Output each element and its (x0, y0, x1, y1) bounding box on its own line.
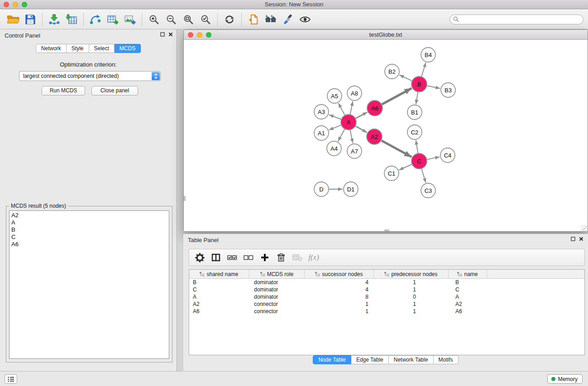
zoom-network-window-button[interactable] (206, 32, 211, 38)
export-document-icon[interactable] (245, 11, 262, 28)
float-table-panel-icon[interactable] (571, 237, 575, 241)
close-network-window-button[interactable] (188, 32, 193, 38)
edge-C-C3[interactable] (421, 169, 425, 183)
home-icon[interactable] (262, 11, 279, 28)
deselect-all-icon[interactable] (242, 251, 255, 264)
edge-A-A3[interactable] (329, 114, 341, 119)
graph-node-B4[interactable]: B4 (421, 48, 435, 62)
edge-A-A1[interactable] (329, 125, 341, 130)
tab-select[interactable]: Select (89, 44, 115, 53)
tab-node-table[interactable]: Node Table (313, 355, 351, 364)
edge-C-C2[interactable] (416, 140, 418, 153)
graph-node-B2[interactable]: B2 (385, 64, 399, 79)
minimize-window-button[interactable] (13, 2, 18, 7)
float-panel-icon[interactable] (160, 32, 165, 37)
tab-network[interactable]: Network (36, 44, 67, 53)
delete-column-icon[interactable] (274, 251, 288, 264)
graph-node-C2[interactable]: C2 (407, 125, 422, 139)
gear-icon[interactable] (193, 251, 206, 264)
edge-C-C4[interactable] (427, 157, 440, 160)
list-item[interactable]: A (10, 219, 169, 226)
zoom-selected-icon[interactable] (197, 11, 214, 28)
network-canvas[interactable]: B4B2BB3A5A8A6A3B1AC2A1A2A4A7C4CC1DD1C3 (184, 40, 588, 231)
add-column-icon[interactable] (258, 251, 272, 264)
graph-node-A2[interactable]: A2 (367, 129, 382, 144)
edge-A-A6[interactable] (356, 112, 367, 119)
graph-node-C1[interactable]: C1 (384, 166, 399, 181)
graph-node-C4[interactable]: C4 (440, 148, 455, 162)
close-window-button[interactable] (4, 2, 9, 7)
edge-A2-C[interactable] (382, 141, 412, 157)
graph-node-A4[interactable]: A4 (327, 141, 341, 156)
split-columns-icon[interactable] (209, 251, 223, 264)
table-row[interactable]: A6connector11A6 (189, 308, 584, 315)
function-builder-icon[interactable]: f(x) (307, 251, 320, 264)
edge-A-A5[interactable] (338, 103, 344, 115)
task-history-button[interactable] (5, 374, 17, 384)
edge-A-A7[interactable] (350, 130, 353, 143)
network-share-icon[interactable] (87, 11, 104, 28)
close-panel-icon[interactable] (168, 32, 173, 37)
delete-table-icon[interactable] (291, 251, 304, 264)
memory-button[interactable]: Memory (547, 374, 583, 384)
new-network-table-icon[interactable] (104, 11, 121, 28)
graph-node-A5[interactable]: A5 (327, 89, 342, 103)
style-brush-icon[interactable] (279, 11, 296, 28)
column-header[interactable]: MCDS role (249, 270, 305, 278)
graph-node-C3[interactable]: C3 (421, 183, 435, 198)
list-item[interactable]: A6 (10, 241, 169, 248)
import-table-icon[interactable] (63, 11, 80, 28)
edge-A-A4[interactable] (338, 129, 345, 141)
tab-mcds[interactable]: MCDS (115, 44, 141, 53)
table-row[interactable]: Bdominator41B (189, 279, 584, 286)
select-all-icon[interactable] (225, 251, 239, 264)
graph-node-A1[interactable]: A1 (314, 126, 329, 140)
close-panel-button[interactable]: Close panel (91, 86, 138, 95)
list-item[interactable]: A2 (10, 212, 169, 219)
graph-node-A6[interactable]: A6 (367, 100, 382, 116)
export-image-icon[interactable] (121, 11, 139, 28)
search-input[interactable] (461, 16, 580, 23)
run-mcds-button[interactable]: Run MCDS (42, 86, 85, 95)
column-header[interactable]: shared name (189, 270, 249, 278)
column-header[interactable]: name (449, 270, 487, 278)
tab-network-table[interactable]: Network Table (389, 355, 434, 364)
save-icon[interactable] (22, 11, 39, 28)
import-network-icon[interactable] (46, 11, 63, 28)
edge-B-B1[interactable] (416, 92, 418, 104)
open-folder-icon[interactable] (5, 11, 22, 28)
edge-B-B3[interactable] (427, 86, 440, 89)
minimize-network-window-button[interactable] (197, 32, 202, 38)
mcds-result-list[interactable]: A2ABCA6 (9, 210, 169, 359)
show-hide-icon[interactable] (296, 11, 314, 28)
edge-B-B4[interactable] (421, 62, 425, 76)
refresh-icon[interactable] (221, 11, 238, 28)
table-row[interactable]: A2connector11A2 (189, 300, 584, 308)
table-row[interactable]: Adominator80A (189, 293, 584, 300)
list-item[interactable]: C (10, 234, 169, 241)
graph-node-B[interactable]: B (411, 76, 427, 92)
network-window-titlebar[interactable]: testGlobe.txt (184, 30, 588, 40)
column-header[interactable]: predecessor nodes (374, 270, 449, 278)
graph-node-A[interactable]: A (341, 114, 356, 130)
edge-A-A2[interactable] (356, 126, 367, 133)
edge-B-B2[interactable] (399, 75, 411, 81)
graph-node-A3[interactable]: A3 (314, 105, 329, 119)
graph-node-B3[interactable]: B3 (441, 83, 455, 97)
column-header[interactable]: successor nodes (305, 270, 374, 278)
zoom-fit-icon[interactable] (180, 11, 197, 28)
zoom-in-icon[interactable] (145, 11, 163, 28)
edge-A6-B[interactable] (382, 88, 411, 104)
tab-motifs[interactable]: Motifs (434, 355, 459, 364)
close-table-panel-icon[interactable] (579, 237, 583, 241)
graph-node-D[interactable]: D (314, 182, 329, 196)
search-box[interactable] (449, 14, 583, 24)
edge-A-A8[interactable] (350, 101, 353, 114)
table-row[interactable]: Cdominator41C (189, 286, 584, 293)
resize-grip[interactable] (581, 225, 587, 231)
graph-node-D1[interactable]: D1 (344, 182, 358, 196)
tab-edge-table[interactable]: Edge Table (351, 355, 389, 364)
list-item[interactable]: B (10, 226, 169, 234)
zoom-window-button[interactable] (22, 2, 27, 7)
zoom-out-icon[interactable] (163, 11, 180, 28)
